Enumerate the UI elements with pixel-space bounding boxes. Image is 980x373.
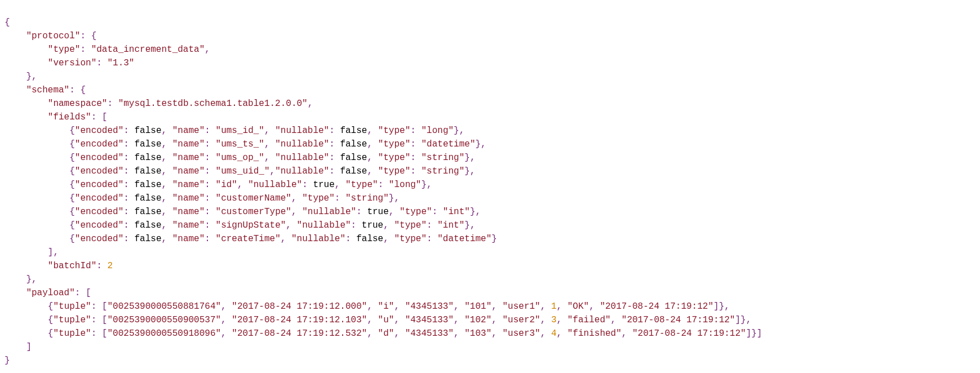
json-code-block: { "protocol": { "type": "data_increment_…	[5, 16, 975, 367]
